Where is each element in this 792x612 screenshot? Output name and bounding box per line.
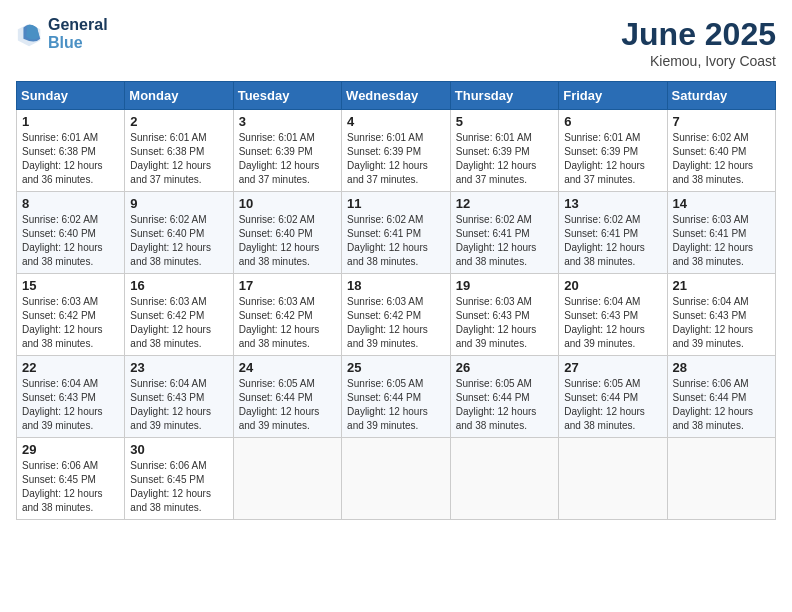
day-info: Sunrise: 6:04 AMSunset: 6:43 PMDaylight:… (130, 377, 227, 433)
day-number: 29 (22, 442, 119, 457)
calendar-cell (559, 438, 667, 520)
calendar-cell: 14Sunrise: 6:03 AMSunset: 6:41 PMDayligh… (667, 192, 776, 274)
calendar-cell: 18Sunrise: 6:03 AMSunset: 6:42 PMDayligh… (342, 274, 451, 356)
day-number: 12 (456, 196, 553, 211)
day-info: Sunrise: 6:01 AMSunset: 6:38 PMDaylight:… (22, 131, 119, 187)
calendar-cell: 1Sunrise: 6:01 AMSunset: 6:38 PMDaylight… (17, 110, 125, 192)
calendar-cell (667, 438, 776, 520)
day-number: 23 (130, 360, 227, 375)
calendar-cell: 11Sunrise: 6:02 AMSunset: 6:41 PMDayligh… (342, 192, 451, 274)
weekday-header-tuesday: Tuesday (233, 82, 341, 110)
day-number: 21 (673, 278, 771, 293)
day-number: 30 (130, 442, 227, 457)
calendar-cell (342, 438, 451, 520)
calendar-cell (233, 438, 341, 520)
day-info: Sunrise: 6:01 AMSunset: 6:39 PMDaylight:… (239, 131, 336, 187)
day-number: 4 (347, 114, 445, 129)
calendar-cell: 22Sunrise: 6:04 AMSunset: 6:43 PMDayligh… (17, 356, 125, 438)
day-number: 24 (239, 360, 336, 375)
calendar-cell: 8Sunrise: 6:02 AMSunset: 6:40 PMDaylight… (17, 192, 125, 274)
day-number: 19 (456, 278, 553, 293)
weekday-header-thursday: Thursday (450, 82, 558, 110)
calendar-cell: 19Sunrise: 6:03 AMSunset: 6:43 PMDayligh… (450, 274, 558, 356)
day-info: Sunrise: 6:01 AMSunset: 6:39 PMDaylight:… (564, 131, 661, 187)
day-number: 28 (673, 360, 771, 375)
calendar-cell: 16Sunrise: 6:03 AMSunset: 6:42 PMDayligh… (125, 274, 233, 356)
day-number: 9 (130, 196, 227, 211)
day-info: Sunrise: 6:03 AMSunset: 6:42 PMDaylight:… (22, 295, 119, 351)
day-number: 16 (130, 278, 227, 293)
day-info: Sunrise: 6:05 AMSunset: 6:44 PMDaylight:… (564, 377, 661, 433)
day-info: Sunrise: 6:05 AMSunset: 6:44 PMDaylight:… (239, 377, 336, 433)
calendar-cell: 24Sunrise: 6:05 AMSunset: 6:44 PMDayligh… (233, 356, 341, 438)
calendar-cell: 21Sunrise: 6:04 AMSunset: 6:43 PMDayligh… (667, 274, 776, 356)
day-number: 15 (22, 278, 119, 293)
calendar-cell: 20Sunrise: 6:04 AMSunset: 6:43 PMDayligh… (559, 274, 667, 356)
day-info: Sunrise: 6:03 AMSunset: 6:42 PMDaylight:… (239, 295, 336, 351)
day-info: Sunrise: 6:03 AMSunset: 6:42 PMDaylight:… (130, 295, 227, 351)
weekday-header-saturday: Saturday (667, 82, 776, 110)
calendar-cell: 7Sunrise: 6:02 AMSunset: 6:40 PMDaylight… (667, 110, 776, 192)
weekday-header-wednesday: Wednesday (342, 82, 451, 110)
day-number: 14 (673, 196, 771, 211)
day-info: Sunrise: 6:02 AMSunset: 6:41 PMDaylight:… (456, 213, 553, 269)
day-info: Sunrise: 6:03 AMSunset: 6:43 PMDaylight:… (456, 295, 553, 351)
calendar-cell: 2Sunrise: 6:01 AMSunset: 6:38 PMDaylight… (125, 110, 233, 192)
calendar-cell: 4Sunrise: 6:01 AMSunset: 6:39 PMDaylight… (342, 110, 451, 192)
calendar-week-4: 22Sunrise: 6:04 AMSunset: 6:43 PMDayligh… (17, 356, 776, 438)
day-info: Sunrise: 6:01 AMSunset: 6:39 PMDaylight:… (347, 131, 445, 187)
logo: General Blue (16, 16, 108, 51)
calendar-header-row: SundayMondayTuesdayWednesdayThursdayFrid… (17, 82, 776, 110)
logo-icon (16, 20, 44, 48)
day-info: Sunrise: 6:02 AMSunset: 6:41 PMDaylight:… (564, 213, 661, 269)
logo-text: General Blue (48, 16, 108, 51)
page-header: General Blue June 2025 Kiemou, Ivory Coa… (16, 16, 776, 69)
day-number: 25 (347, 360, 445, 375)
day-number: 13 (564, 196, 661, 211)
day-info: Sunrise: 6:06 AMSunset: 6:45 PMDaylight:… (22, 459, 119, 515)
title-block: June 2025 Kiemou, Ivory Coast (621, 16, 776, 69)
day-number: 2 (130, 114, 227, 129)
calendar-cell (450, 438, 558, 520)
day-number: 7 (673, 114, 771, 129)
day-number: 27 (564, 360, 661, 375)
day-info: Sunrise: 6:03 AMSunset: 6:42 PMDaylight:… (347, 295, 445, 351)
calendar-cell: 17Sunrise: 6:03 AMSunset: 6:42 PMDayligh… (233, 274, 341, 356)
day-info: Sunrise: 6:02 AMSunset: 6:40 PMDaylight:… (22, 213, 119, 269)
location: Kiemou, Ivory Coast (621, 53, 776, 69)
day-info: Sunrise: 6:01 AMSunset: 6:38 PMDaylight:… (130, 131, 227, 187)
day-info: Sunrise: 6:04 AMSunset: 6:43 PMDaylight:… (673, 295, 771, 351)
day-info: Sunrise: 6:02 AMSunset: 6:40 PMDaylight:… (673, 131, 771, 187)
calendar-week-3: 15Sunrise: 6:03 AMSunset: 6:42 PMDayligh… (17, 274, 776, 356)
day-number: 8 (22, 196, 119, 211)
day-info: Sunrise: 6:04 AMSunset: 6:43 PMDaylight:… (564, 295, 661, 351)
day-info: Sunrise: 6:02 AMSunset: 6:40 PMDaylight:… (130, 213, 227, 269)
weekday-header-sunday: Sunday (17, 82, 125, 110)
calendar-cell: 3Sunrise: 6:01 AMSunset: 6:39 PMDaylight… (233, 110, 341, 192)
day-info: Sunrise: 6:01 AMSunset: 6:39 PMDaylight:… (456, 131, 553, 187)
day-number: 26 (456, 360, 553, 375)
day-info: Sunrise: 6:02 AMSunset: 6:40 PMDaylight:… (239, 213, 336, 269)
calendar-week-2: 8Sunrise: 6:02 AMSunset: 6:40 PMDaylight… (17, 192, 776, 274)
day-number: 11 (347, 196, 445, 211)
day-info: Sunrise: 6:02 AMSunset: 6:41 PMDaylight:… (347, 213, 445, 269)
calendar-table: SundayMondayTuesdayWednesdayThursdayFrid… (16, 81, 776, 520)
day-number: 18 (347, 278, 445, 293)
calendar-cell: 27Sunrise: 6:05 AMSunset: 6:44 PMDayligh… (559, 356, 667, 438)
day-number: 5 (456, 114, 553, 129)
calendar-cell: 23Sunrise: 6:04 AMSunset: 6:43 PMDayligh… (125, 356, 233, 438)
day-info: Sunrise: 6:06 AMSunset: 6:44 PMDaylight:… (673, 377, 771, 433)
calendar-cell: 28Sunrise: 6:06 AMSunset: 6:44 PMDayligh… (667, 356, 776, 438)
day-info: Sunrise: 6:06 AMSunset: 6:45 PMDaylight:… (130, 459, 227, 515)
day-number: 1 (22, 114, 119, 129)
day-number: 17 (239, 278, 336, 293)
calendar-cell: 25Sunrise: 6:05 AMSunset: 6:44 PMDayligh… (342, 356, 451, 438)
day-info: Sunrise: 6:04 AMSunset: 6:43 PMDaylight:… (22, 377, 119, 433)
day-number: 6 (564, 114, 661, 129)
day-number: 3 (239, 114, 336, 129)
weekday-header-friday: Friday (559, 82, 667, 110)
day-info: Sunrise: 6:05 AMSunset: 6:44 PMDaylight:… (347, 377, 445, 433)
day-number: 20 (564, 278, 661, 293)
day-number: 10 (239, 196, 336, 211)
calendar-cell: 15Sunrise: 6:03 AMSunset: 6:42 PMDayligh… (17, 274, 125, 356)
